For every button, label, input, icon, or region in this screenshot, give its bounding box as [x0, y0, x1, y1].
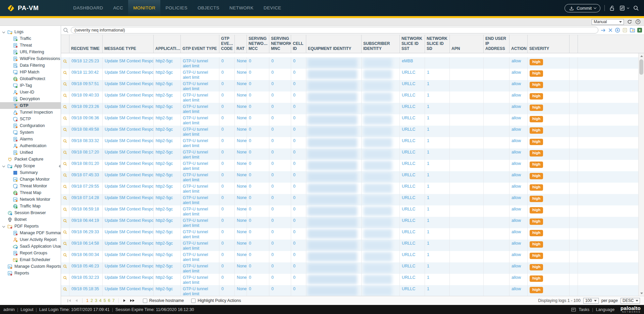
cell-rat[interactable]: None — [235, 137, 247, 148]
config-audit-button[interactable] — [619, 5, 629, 11]
cell-time[interactable]: 09/18 07:29:55 — [69, 183, 103, 194]
cell-message_type[interactable]: Update SM Context Response — [103, 137, 154, 148]
cell-rat[interactable]: None — [235, 148, 247, 160]
sidebar-item-globalprotect[interactable]: GlobalProtect — [0, 75, 61, 82]
cell-sst[interactable]: URLLC — [400, 240, 425, 251]
cell-severity[interactable]: high — [528, 285, 570, 296]
sidebar-item-user-id[interactable]: User-ID — [0, 89, 61, 96]
highlight-policy-actions-checkbox[interactable]: Highlight Policy Actions — [191, 298, 241, 303]
log-row[interactable]: 09/18 09:40:33Update SM Context Response… — [61, 91, 644, 103]
cell-action[interactable]: allow — [509, 262, 528, 274]
help-icon[interactable]: ? — [635, 19, 641, 24]
cell-sd[interactable]: 1 — [425, 103, 450, 114]
sidebar-collapse-handle[interactable] — [59, 165, 60, 168]
cell-severity[interactable]: high — [528, 205, 570, 217]
sidebar-item-data-filtering[interactable]: Data Filtering — [0, 62, 61, 69]
column-header-rat[interactable]: RAT — [235, 35, 247, 53]
cell-event_code[interactable]: 0 — [219, 57, 235, 69]
cell-mcc[interactable]: 0 — [247, 285, 269, 296]
cell-action[interactable]: allow — [509, 114, 528, 126]
cell-sst[interactable]: URLLC — [400, 262, 425, 274]
cell-severity[interactable]: high — [528, 148, 570, 160]
cell-event_code[interactable]: 0 — [219, 137, 235, 148]
cell-sst[interactable]: URLLC — [400, 194, 425, 205]
cell-icon[interactable] — [61, 137, 69, 148]
cell-event_type[interactable]: GTP-U tunnel alert limit — [181, 274, 219, 285]
cell-mcc[interactable]: 0 — [247, 57, 269, 69]
column-header-apn[interactable]: APN — [450, 35, 484, 53]
cell-icon[interactable] — [61, 194, 69, 205]
cell-time[interactable]: 09/18 07:45:33 — [69, 171, 103, 183]
log-detail-icon[interactable] — [63, 184, 67, 189]
cell-cell_id[interactable]: 0 — [291, 183, 306, 194]
cell-sd[interactable]: 1 — [425, 160, 450, 171]
cell-rat[interactable]: None — [235, 171, 247, 183]
column-header-action[interactable]: ACTION — [509, 35, 528, 53]
cell-mcc[interactable]: 0 — [247, 194, 269, 205]
vertical-scrollbar[interactable] — [638, 53, 644, 296]
column-header-event_type[interactable]: GTP EVENT TYPE — [181, 35, 219, 53]
prev-page-button[interactable] — [74, 299, 78, 302]
cell-time[interactable]: 09/18 11:30:42 — [69, 69, 103, 80]
log-detail-icon[interactable] — [63, 116, 67, 121]
cell-sd[interactable]: 1 — [425, 126, 450, 137]
cell-event_type[interactable]: GTP-U tunnel alert limit — [181, 57, 219, 69]
cell-rat[interactable]: None — [235, 262, 247, 274]
cell-time[interactable]: 09/18 05:32:23 — [69, 274, 103, 285]
cell-sst[interactable]: URLLC — [400, 183, 425, 194]
cell-mnc[interactable]: 0 — [269, 57, 291, 69]
log-detail-icon[interactable] — [63, 287, 67, 292]
cell-event_code[interactable]: 0 — [219, 228, 235, 240]
cell-action[interactable]: allow — [509, 80, 528, 91]
cell-time[interactable]: 09/18 08:49:58 — [69, 126, 103, 137]
log-row[interactable]: 09/18 09:06:36Update SM Context Response… — [61, 114, 644, 126]
cell-mnc[interactable]: 0 — [269, 274, 291, 285]
log-detail-icon[interactable] — [63, 253, 67, 257]
cell-application[interactable]: http2-5gc — [154, 80, 181, 91]
apply-filter-arrow-icon[interactable] — [600, 28, 606, 33]
cell-severity[interactable]: high — [528, 57, 570, 69]
cell-severity[interactable]: high — [528, 217, 570, 228]
cell-icon[interactable] — [61, 240, 69, 251]
cell-event_code[interactable]: 0 — [219, 285, 235, 296]
cell-message_type[interactable]: Update SM Context Response — [103, 91, 154, 103]
cell-mnc[interactable]: 0 — [269, 251, 291, 262]
cell-action[interactable]: allow — [509, 57, 528, 69]
cell-mcc[interactable]: 0 — [247, 183, 269, 194]
cell-sd[interactable]: 1 — [425, 148, 450, 160]
column-header-severity[interactable]: SEVERITY — [528, 35, 570, 53]
cell-cell_id[interactable]: 0 — [291, 160, 306, 171]
per-page-select[interactable]: 100 — [583, 298, 599, 304]
sidebar-item-report-groups[interactable]: Report Groups — [0, 250, 61, 256]
cell-sd[interactable]: 1 — [425, 285, 450, 296]
cell-mcc[interactable]: 0 — [247, 126, 269, 137]
cell-application[interactable]: http2-5gc — [154, 91, 181, 103]
commit-mode-select[interactable]: Manual — [592, 19, 624, 25]
cell-action[interactable]: allow — [509, 217, 528, 228]
nav-tab-network[interactable]: NETWORK — [224, 0, 259, 16]
cell-time[interactable]: 09/18 06:44:19 — [69, 217, 103, 228]
sidebar-item-authentication[interactable]: Authentication — [0, 142, 61, 149]
logout-link[interactable]: Logout — [20, 307, 33, 312]
cell-event_type[interactable]: GTP-U tunnel alert limit — [181, 183, 219, 194]
cell-action[interactable]: allow — [509, 91, 528, 103]
cell-application[interactable]: http2-5gc — [154, 274, 181, 285]
cell-time[interactable]: 09/18 09:06:36 — [69, 114, 103, 126]
cell-mnc[interactable]: 0 — [269, 69, 291, 80]
cell-icon[interactable] — [61, 285, 69, 296]
log-detail-icon[interactable] — [63, 275, 67, 280]
cell-icon[interactable] — [61, 80, 69, 91]
cell-mnc[interactable]: 0 — [269, 160, 291, 171]
cell-sd[interactable]: 1 — [425, 217, 450, 228]
cell-event_type[interactable]: GTP-U tunnel alert limit — [181, 114, 219, 126]
cell-severity[interactable]: high — [528, 274, 570, 285]
log-row[interactable]: 09/18 12:25:23Update SM Context Response… — [61, 57, 644, 69]
cell-application[interactable]: http2-5gc — [154, 114, 181, 126]
cell-mcc[interactable]: 0 — [247, 274, 269, 285]
sidebar-item-threat[interactable]: Threat — [0, 42, 61, 49]
cell-application[interactable]: http2-5gc — [154, 217, 181, 228]
cell-event_type[interactable]: GTP-U tunnel alert limit — [181, 194, 219, 205]
sidebar-item-change-monitor[interactable]: Change Monitor — [0, 176, 61, 183]
page-link-6[interactable]: 6 — [108, 298, 110, 303]
cell-rat[interactable]: None — [235, 80, 247, 91]
